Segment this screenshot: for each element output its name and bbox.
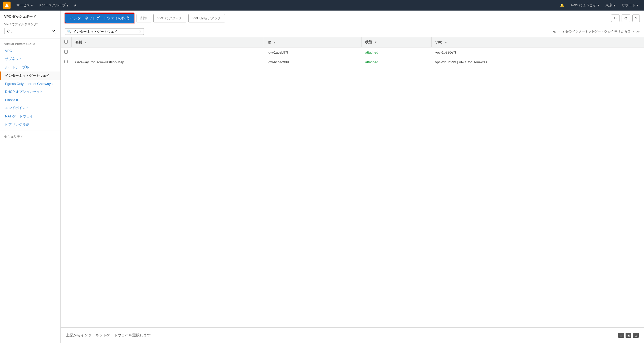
row1-checkbox[interactable] xyxy=(64,50,68,54)
help-icon: ? xyxy=(635,16,637,20)
pagination-text: 2 個の インターネットゲートウェイ 中 1 から 2 xyxy=(563,29,630,34)
row2-state: attached xyxy=(362,57,432,67)
sidebar-divider-2 xyxy=(0,131,60,131)
help-button[interactable]: ? xyxy=(632,15,640,22)
table-container: 名前 ▲ ID ▼ 状態 ▼ VPC ▼ xyxy=(61,37,644,327)
search-box[interactable]: 🔍 ✕ xyxy=(65,28,144,35)
sidebar-filter-section: VPC でフィルタリング: なし xyxy=(0,21,60,37)
row1-checkbox-cell xyxy=(61,47,72,57)
sidebar-item-vpc[interactable]: VPC xyxy=(0,47,60,55)
sidebar-security-group: セキュリティ xyxy=(0,132,60,140)
row1-id: igw-1aceb97f xyxy=(264,47,362,57)
pagination-next[interactable]: ＞ xyxy=(632,29,635,34)
detach-vpc-button[interactable]: VPC からデタッチ xyxy=(188,14,225,22)
sidebar-dashboard-title[interactable]: VPC ダッシュボード xyxy=(0,11,60,21)
nav-right-section: 🔔 AWS にようこそ ▾ 東京 ▾ サポート ▾ xyxy=(557,3,641,8)
details-panel-text: 上記からインターネットゲートウェイを選択します xyxy=(66,333,151,338)
table-header-row: 名前 ▲ ID ▼ 状態 ▼ VPC ▼ xyxy=(61,37,644,47)
sidebar-item-internet-gateway[interactable]: インターネットゲートウェイ xyxy=(0,72,60,80)
toolbar: インターネットゲートウェイの作成 削除 VPC にアタッチ VPC からデタッチ… xyxy=(61,11,644,26)
row2-checkbox-cell xyxy=(61,57,72,67)
bookmark-icon: ★ xyxy=(74,3,77,7)
col-header-name[interactable]: 名前 ▲ xyxy=(72,37,264,47)
aws-logo xyxy=(3,2,11,9)
sidebar: VPC ダッシュボード VPC でフィルタリング: なし Virtual Pri… xyxy=(0,11,61,343)
sidebar-filter-select[interactable]: なし xyxy=(4,28,56,34)
sort-arrow-vpc: ▼ xyxy=(445,41,447,44)
sidebar-item-egress-only[interactable]: Egress Only Internet Gateways xyxy=(0,80,60,88)
pagination-prev-first[interactable]: ≪ xyxy=(553,30,556,34)
filter-bar: 🔍 ✕ ≪ ＜ 2 個の インターネットゲートウェイ 中 1 から 2 ＞ ≫ xyxy=(61,26,644,37)
panel-view-minimal[interactable]: ◻ xyxy=(633,333,639,338)
chevron-down-icon: ▾ xyxy=(597,3,599,7)
aws-logo-icon xyxy=(5,3,9,7)
sidebar-item-dhcp[interactable]: DHCP オプションセット xyxy=(0,88,60,96)
chevron-down-icon: ▾ xyxy=(31,3,33,7)
chevron-down-icon: ▾ xyxy=(67,3,69,7)
main-layout: VPC ダッシュボード VPC でフィルタリング: なし Virtual Pri… xyxy=(0,11,644,343)
refresh-button[interactable]: ↻ xyxy=(611,15,619,22)
col-header-state[interactable]: 状態 ▼ xyxy=(362,37,432,47)
sidebar-item-nat-gateway[interactable]: NAT ゲートウェイ xyxy=(0,112,60,121)
sidebar-item-endpoint[interactable]: エンドポイント xyxy=(0,104,60,112)
sidebar-item-elastic-ip[interactable]: Elastic IP xyxy=(0,96,60,104)
sort-arrow-name: ▲ xyxy=(84,41,87,44)
delete-button[interactable]: 削除 xyxy=(136,14,151,22)
table-row[interactable]: igw-1aceb97f attached vpc-1b886e7f xyxy=(61,47,644,57)
row1-vpc: vpc-1b886e7f xyxy=(432,47,644,57)
sidebar-divider-1 xyxy=(0,38,60,39)
sidebar-vpc-group: Virtual Private Cloud xyxy=(0,40,60,47)
pagination-next-last[interactable]: ≫ xyxy=(636,30,640,34)
pagination-info: ≪ ＜ 2 個の インターネットゲートウェイ 中 1 から 2 ＞ ≫ xyxy=(553,29,640,34)
select-all-checkbox[interactable] xyxy=(64,40,68,44)
sort-arrow-id: ▼ xyxy=(273,41,276,44)
row2-id: igw-bcd4c9d9 xyxy=(264,57,362,67)
sidebar-item-route-table[interactable]: ルートテーブル xyxy=(0,63,60,72)
table-row[interactable]: Gateway_for_Armwrestling-Map igw-bcd4c9d… xyxy=(61,57,644,67)
internet-gateways-table: 名前 ▲ ID ▼ 状態 ▼ VPC ▼ xyxy=(61,37,644,67)
search-input[interactable] xyxy=(73,30,137,34)
pagination-prev[interactable]: ＜ xyxy=(558,29,561,34)
row1-state: attached xyxy=(362,47,432,57)
details-panel-icons: ▬ ▣ ◻ xyxy=(618,333,639,338)
nav-notifications[interactable]: 🔔 xyxy=(557,3,567,7)
sidebar-filter-label: VPC でフィルタリング: xyxy=(4,22,56,27)
refresh-icon: ↻ xyxy=(614,16,617,20)
nav-bookmark[interactable]: ★ xyxy=(71,3,80,7)
main-content: インターネットゲートウェイの作成 削除 VPC にアタッチ VPC からデタッチ… xyxy=(61,11,644,343)
bell-icon: 🔔 xyxy=(560,3,564,7)
attach-vpc-button[interactable]: VPC にアタッチ xyxy=(153,14,186,22)
row1-name xyxy=(72,47,264,57)
panel-view-full[interactable]: ▬ xyxy=(618,333,624,338)
clear-search-icon[interactable]: ✕ xyxy=(139,30,142,34)
search-icon: 🔍 xyxy=(67,30,71,34)
row2-name: Gateway_for_Armwrestling-Map xyxy=(72,57,264,67)
row2-vpc: vpc-fdd3b299 | VPC_for_Armwres... xyxy=(432,57,644,67)
settings-button[interactable]: ⚙ xyxy=(622,15,630,22)
create-internet-gateway-button[interactable]: インターネットゲートウェイの作成 xyxy=(65,13,134,23)
nav-support[interactable]: サポート ▾ xyxy=(619,3,641,8)
sidebar-item-peering[interactable]: ピアリング接続 xyxy=(0,121,60,129)
nav-resource-groups[interactable]: リソースグループ ▾ xyxy=(36,3,71,8)
col-header-id[interactable]: ID ▼ xyxy=(264,37,362,47)
sidebar-item-subnet[interactable]: サブネット xyxy=(0,55,60,63)
nav-services[interactable]: サービス ▾ xyxy=(14,3,36,8)
nav-region[interactable]: 東京 ▾ xyxy=(603,3,618,8)
top-navigation: サービス ▾ リソースグループ ▾ ★ 🔔 AWS にようこそ ▾ 東京 ▾ サ… xyxy=(0,0,644,11)
select-all-header xyxy=(61,37,72,47)
nav-aws-welcome[interactable]: AWS にようこそ ▾ xyxy=(568,3,602,8)
chevron-down-icon: ▾ xyxy=(613,3,615,7)
row2-checkbox[interactable] xyxy=(64,60,68,63)
col-header-vpc[interactable]: VPC ▼ xyxy=(432,37,644,47)
panel-view-split[interactable]: ▣ xyxy=(626,333,631,338)
chevron-down-icon: ▾ xyxy=(636,3,638,7)
details-panel: 上記からインターネットゲートウェイを選択します ▬ ▣ ◻ xyxy=(61,327,644,343)
sort-arrow-state: ▼ xyxy=(374,41,377,44)
gear-icon: ⚙ xyxy=(624,16,628,20)
